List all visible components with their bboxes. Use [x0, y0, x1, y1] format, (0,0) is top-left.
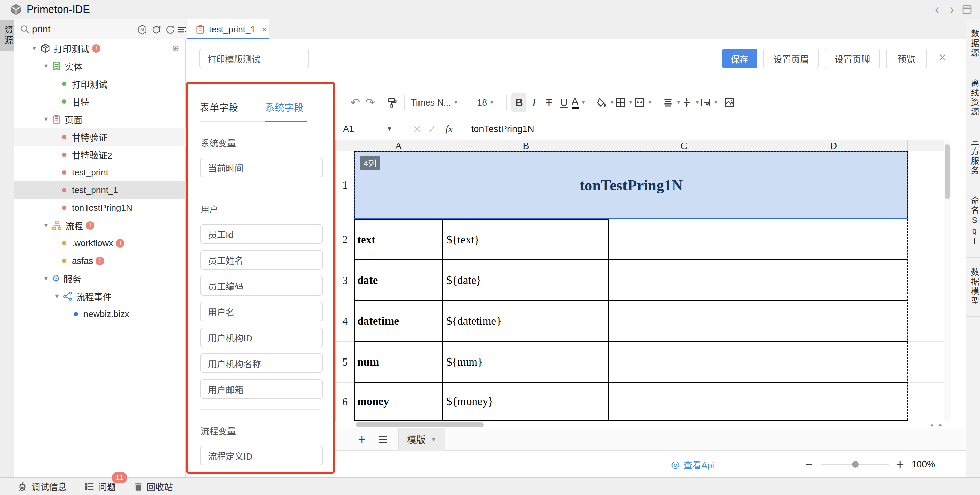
value-cell[interactable]: ${money}: [443, 383, 609, 421]
column-header-D[interactable]: D: [759, 140, 908, 151]
row-header[interactable]: 5: [336, 342, 355, 383]
tree-item[interactable]: 甘特: [14, 92, 186, 110]
grid-cell[interactable]: [609, 383, 759, 421]
window-frame-icon[interactable]: [962, 4, 972, 15]
locate-icon[interactable]: ⊕: [172, 43, 180, 54]
editor-tab[interactable]: test_print_1 ×: [186, 19, 269, 40]
grid-cell[interactable]: [759, 342, 908, 383]
horizontal-scrollbar[interactable]: ◂ ▸: [336, 421, 951, 428]
nav-forward-icon[interactable]: ›: [945, 3, 959, 16]
field-chip[interactable]: 员工姓名: [200, 250, 323, 270]
formula-cancel-icon[interactable]: ✕: [410, 123, 425, 135]
tree-item[interactable]: asfas!: [14, 252, 186, 270]
set-page-header-button[interactable]: 设置页眉: [764, 49, 819, 68]
underline-icon[interactable]: U: [557, 93, 571, 112]
font-color-icon[interactable]: A▼: [571, 93, 586, 112]
nav-back-icon[interactable]: ‹: [930, 3, 944, 16]
grid-cell[interactable]: [759, 219, 908, 260]
expand-arrow-icon[interactable]: ▼: [52, 293, 61, 300]
zoom-in-icon[interactable]: +: [896, 458, 904, 471]
field-chip[interactable]: 员工编码: [200, 276, 323, 296]
left-rail-tab-resources[interactable]: 资源: [0, 21, 14, 51]
column-header-A[interactable]: A: [355, 140, 443, 151]
tree-item[interactable]: test_print: [14, 163, 186, 181]
row-header[interactable]: 6: [336, 383, 355, 421]
zoom-slider[interactable]: [821, 464, 889, 465]
tree-item[interactable]: 甘特验证2: [14, 146, 186, 163]
tab-form-fields[interactable]: 表单字段: [200, 100, 238, 122]
tree-item[interactable]: tonTestPring1N: [14, 199, 186, 216]
tree-item[interactable]: ▼流程!: [14, 216, 186, 234]
hscroll-left-icon[interactable]: ◂: [927, 421, 936, 428]
save-button[interactable]: 保存: [722, 49, 757, 68]
hscroll-thumb[interactable]: [356, 422, 484, 427]
label-cell[interactable]: money: [355, 383, 443, 421]
expand-arrow-icon[interactable]: ▼: [41, 222, 50, 229]
bold-icon[interactable]: B: [511, 93, 527, 112]
statusbar-item-list[interactable]: 问题11: [84, 480, 116, 493]
tab-close-icon[interactable]: ×: [261, 24, 267, 35]
tree-item[interactable]: ▼页面: [14, 110, 186, 128]
view-api-link[interactable]: ◎ 查看Api: [671, 451, 714, 477]
value-cell[interactable]: ${datetime}: [443, 301, 609, 342]
tree-item[interactable]: newbiz.bizx: [14, 305, 186, 323]
merge-cells-icon[interactable]: ▼: [634, 93, 653, 112]
field-chip[interactable]: 用户机构名称: [200, 353, 323, 373]
tree-item[interactable]: ▼流程事件: [14, 287, 186, 305]
row-header[interactable]: 1: [336, 151, 355, 219]
borders-icon[interactable]: ▼: [615, 93, 634, 112]
editor-close-icon[interactable]: ×: [939, 50, 946, 65]
field-chip[interactable]: 员工Id: [200, 224, 323, 244]
merged-title-cell[interactable]: 4列tonTestPring1N: [355, 151, 908, 219]
grid-corner[interactable]: [336, 140, 355, 151]
tree-item[interactable]: ▼⚙服务: [14, 270, 186, 287]
ai-icon[interactable]: AI: [137, 24, 148, 35]
expand-arrow-icon[interactable]: ▼: [30, 45, 39, 52]
grid-cell[interactable]: [609, 260, 759, 301]
strikethrough-icon[interactable]: T: [541, 93, 557, 112]
search-input[interactable]: [32, 22, 131, 36]
field-chip[interactable]: 用户邮箱: [200, 379, 323, 399]
insert-image-icon[interactable]: [722, 93, 737, 112]
grid-cell[interactable]: [609, 342, 759, 383]
preview-button[interactable]: 预览: [886, 49, 927, 68]
function-icon[interactable]: fx: [440, 124, 459, 135]
grid-cell[interactable]: [759, 301, 908, 342]
field-chip[interactable]: 用户名: [200, 302, 323, 322]
right-rail-tab[interactable]: 数据模型: [966, 258, 980, 317]
statusbar-item-trash[interactable]: 回收站: [134, 480, 173, 493]
tree-item[interactable]: 甘特验证: [14, 128, 186, 146]
cell-ref-dropdown-icon[interactable]: ▼: [387, 126, 392, 132]
tree-item[interactable]: .workflowx!: [14, 234, 186, 252]
hscroll-right-icon[interactable]: ▸: [936, 421, 945, 428]
vertical-align-icon[interactable]: ▼: [681, 93, 700, 112]
value-cell[interactable]: ${date}: [443, 260, 609, 301]
horizontal-align-icon[interactable]: ▼: [663, 93, 681, 112]
text-wrap-icon[interactable]: ▼: [700, 93, 719, 112]
row-header[interactable]: 3: [336, 260, 355, 301]
grid-cell[interactable]: [609, 301, 759, 342]
row-header[interactable]: 4: [336, 301, 355, 342]
tree-item[interactable]: test_print_1: [14, 181, 186, 199]
value-cell[interactable]: ${num}: [443, 342, 609, 383]
expand-arrow-icon[interactable]: ▼: [41, 116, 50, 123]
right-rail-tab[interactable]: 三方服务: [966, 127, 980, 186]
font-family-select[interactable]: Times N...▼: [409, 93, 460, 112]
font-size-select[interactable]: 18▼: [470, 93, 501, 112]
tree-item[interactable]: ▼实体: [14, 57, 186, 75]
add-sheet-icon[interactable]: +: [358, 433, 366, 446]
value-cell[interactable]: ${text}: [443, 219, 609, 260]
column-header-C[interactable]: C: [609, 140, 759, 151]
field-chip[interactable]: 流程中文名称: [200, 471, 323, 474]
statusbar-item-bug[interactable]: 调试信息: [18, 480, 67, 493]
tab-system-fields[interactable]: 系统字段: [265, 100, 304, 122]
field-chip[interactable]: 用户机构ID: [200, 328, 323, 347]
vscroll-thumb[interactable]: [945, 144, 950, 199]
cell-reference[interactable]: A1: [336, 124, 387, 134]
grid-cell[interactable]: [759, 260, 908, 301]
column-header-B[interactable]: B: [443, 140, 609, 151]
sheet-list-icon[interactable]: [377, 435, 389, 445]
field-chip[interactable]: 当前时间: [200, 158, 323, 177]
undo-icon[interactable]: ↶: [348, 93, 363, 112]
template-name-input[interactable]: [199, 49, 309, 68]
